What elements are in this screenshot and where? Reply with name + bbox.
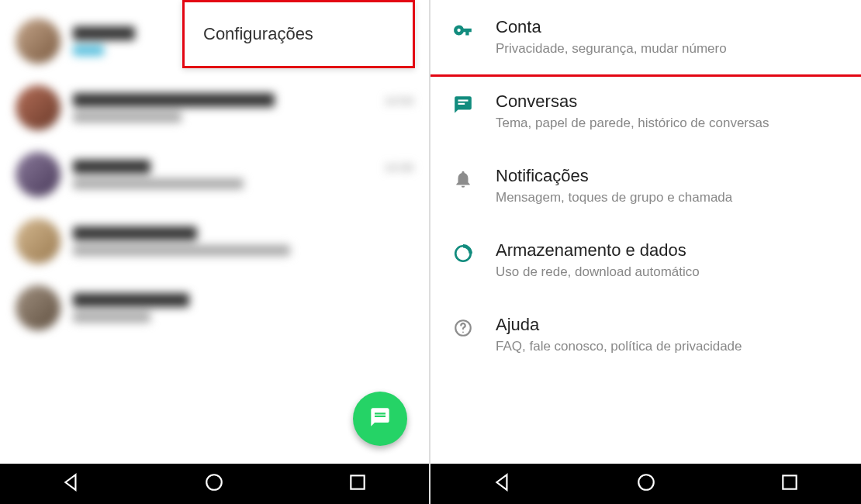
options-menu: Configurações [182, 0, 415, 68]
chat-item[interactable] [0, 208, 429, 274]
recent-apps-button[interactable] [780, 472, 800, 495]
avatar [16, 152, 61, 197]
chat-name [73, 160, 150, 174]
android-navbar [0, 464, 429, 504]
chat-item[interactable]: 14:30 [0, 141, 429, 208]
back-button[interactable] [61, 472, 81, 495]
settings-item-desc: FAQ, fale conosco, política de privacida… [496, 338, 842, 355]
android-navbar [430, 464, 861, 504]
settings-item-chats[interactable]: Conversas Tema, papel de parede, históri… [430, 74, 861, 149]
menu-item-settings[interactable]: Configurações [185, 2, 413, 66]
settings-list: Conta Privacidade, segurança, mudar núme… [430, 0, 861, 372]
settings-item-account[interactable]: Conta Privacidade, segurança, mudar núme… [430, 0, 861, 77]
settings-item-title: Conta [496, 17, 842, 37]
svg-rect-1 [351, 475, 364, 488]
settings-item-desc: Mensagem, toques de grupo e chamada [496, 189, 842, 206]
chat-message [73, 245, 290, 256]
chat-message [73, 112, 182, 123]
chat-item[interactable] [0, 274, 429, 341]
svg-point-5 [638, 475, 654, 490]
settings-item-notifications[interactable]: Notificações Mensagem, toques de grupo e… [430, 149, 861, 223]
chat-name [73, 26, 135, 40]
chat-time: 14:30 [384, 161, 413, 174]
settings-item-title: Conversas [496, 91, 842, 112]
chat-name [73, 226, 197, 240]
avatar [16, 285, 61, 330]
home-button[interactable] [636, 472, 656, 495]
chat-icon [369, 406, 391, 431]
svg-point-0 [207, 475, 223, 490]
recent-apps-button[interactable] [348, 472, 368, 495]
data-icon [440, 240, 486, 264]
chat-item[interactable]: 14:54 [0, 74, 429, 141]
chat-name [73, 93, 275, 107]
chat-message [73, 312, 150, 323]
settings-item-title: Notificações [496, 166, 842, 186]
settings-item-desc: Uso de rede, download automático [496, 264, 842, 281]
avatar [16, 19, 61, 64]
settings-item-desc: Privacidade, segurança, mudar número [496, 40, 842, 57]
bell-icon [440, 166, 486, 189]
avatar [16, 85, 61, 130]
settings-item-help[interactable]: Ajuda FAQ, fale conosco, política de pri… [430, 298, 861, 372]
chat-list-screen: 14:54 14:30 [0, 0, 430, 504]
chat-message [73, 178, 244, 189]
new-chat-fab[interactable] [353, 392, 407, 446]
chat-message [73, 45, 104, 56]
key-icon [440, 17, 486, 40]
settings-screen: Conta Privacidade, segurança, mudar núme… [430, 0, 861, 504]
settings-item-desc: Tema, papel de parede, histórico de conv… [496, 115, 842, 132]
settings-item-title: Ajuda [496, 315, 842, 335]
settings-item-storage-data[interactable]: Armazenamento e dados Uso de rede, downl… [430, 223, 861, 298]
back-button[interactable] [493, 472, 513, 495]
help-icon [440, 315, 486, 338]
chat-name [73, 293, 189, 307]
avatar [16, 219, 61, 264]
settings-item-title: Armazenamento e dados [496, 240, 842, 261]
home-button[interactable] [204, 472, 224, 495]
svg-point-4 [462, 332, 464, 333]
chat-icon [440, 91, 486, 115]
chat-time: 14:54 [384, 94, 413, 107]
svg-rect-6 [783, 475, 796, 488]
